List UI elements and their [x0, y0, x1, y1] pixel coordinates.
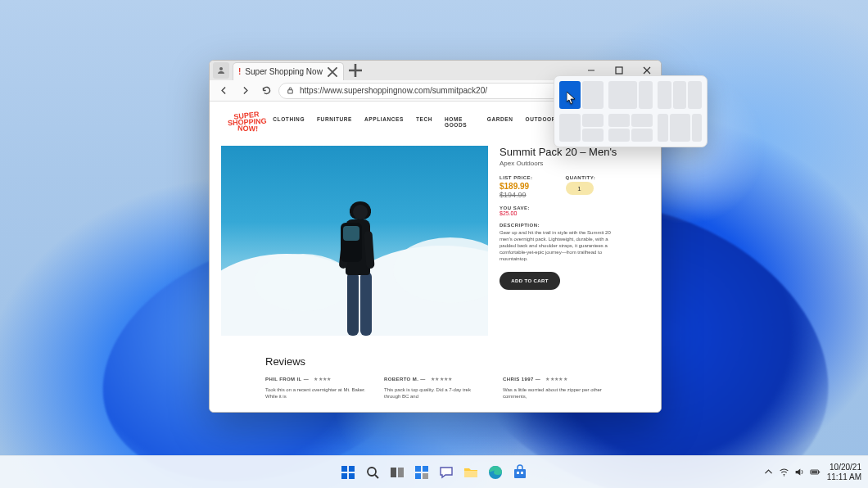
person-icon [216, 66, 226, 75]
close-icon [327, 66, 338, 78]
svg-rect-5 [341, 473, 347, 479]
tab-close-button[interactable] [327, 66, 338, 78]
svg-rect-16 [514, 469, 526, 478]
svg-point-7 [368, 468, 376, 476]
search-button[interactable] [363, 463, 382, 482]
lock-icon [286, 86, 295, 95]
quantity-label: QUANTITY: [566, 175, 596, 180]
arrow-left-icon [219, 85, 229, 96]
page-content: SUPER SHOPPING NOW! CLOTHING FURNITURE A… [210, 102, 661, 412]
back-button[interactable] [215, 82, 233, 100]
svg-rect-6 [349, 473, 355, 479]
task-view-button[interactable] [387, 463, 407, 482]
close-icon [643, 66, 651, 75]
file-explorer-button[interactable] [461, 463, 481, 482]
store-button[interactable] [510, 463, 530, 482]
list-price-label: LIST PRICE: [500, 175, 533, 180]
svg-point-0 [219, 67, 223, 70]
system-tray: 10/20/21 11:11 AM [763, 463, 861, 481]
nav-item[interactable]: HOME GOODS [445, 116, 475, 128]
product-title: Summit Pack 20 – Men's [500, 146, 649, 158]
nav-item[interactable]: TECH [416, 116, 432, 128]
snap-layouts-flyout [554, 75, 708, 147]
svg-rect-12 [415, 473, 421, 479]
tab-favicon: ! [238, 67, 241, 76]
taskbar-clock[interactable]: 10/20/21 11:11 AM [827, 463, 861, 481]
review-item: ROBERTO M. — ★★★★★ This pack is top qual… [384, 376, 486, 400]
product-brand: Apex Outdoors [500, 160, 649, 167]
nav-item[interactable]: FURNITURE [317, 116, 352, 128]
start-button[interactable] [338, 463, 358, 482]
volume-icon[interactable] [794, 467, 805, 477]
tab-strip: ! Super Shopping Now [233, 61, 577, 80]
svg-rect-2 [288, 90, 293, 93]
task-view-icon [389, 464, 405, 481]
widgets-button[interactable] [412, 463, 432, 482]
widgets-icon [414, 464, 430, 481]
battery-icon[interactable] [810, 467, 821, 477]
svg-rect-11 [423, 466, 428, 472]
nav-item[interactable]: APPLIANCES [364, 116, 404, 128]
windows-icon [340, 464, 356, 481]
svg-point-19 [784, 475, 784, 476]
snap-layout-66-33[interactable] [608, 81, 653, 109]
svg-rect-13 [423, 473, 428, 479]
chat-button[interactable] [436, 463, 456, 482]
svg-rect-4 [349, 466, 355, 472]
search-icon [364, 464, 381, 481]
hiker-figure [318, 180, 400, 336]
nav-item[interactable]: CLOTHING [273, 116, 305, 128]
browser-tab[interactable]: ! Super Shopping Now [233, 62, 344, 80]
svg-rect-14 [464, 471, 477, 477]
chevron-up-icon[interactable] [763, 467, 774, 477]
taskbar-center [338, 463, 530, 482]
price-current: $189.99 [500, 182, 533, 191]
forward-button[interactable] [236, 82, 254, 100]
nav-item[interactable]: GARDEN [487, 116, 513, 128]
mouse-cursor [567, 92, 576, 105]
nav-item[interactable]: OUTDOOR [526, 116, 556, 128]
clock-date: 10/20/21 [830, 463, 861, 472]
main-nav: CLOTHING FURNITURE APPLIANCES TECH HOME … [273, 116, 556, 128]
profile-button[interactable] [213, 62, 229, 79]
refresh-icon [261, 85, 272, 96]
svg-rect-1 [616, 67, 622, 74]
refresh-button[interactable] [257, 82, 275, 100]
folder-icon [463, 464, 479, 481]
svg-rect-3 [341, 466, 347, 472]
plus-icon [347, 62, 364, 79]
snap-layout-left-stack[interactable] [559, 114, 604, 142]
tab-title: Super Shopping Now [245, 67, 323, 76]
add-to-cart-button[interactable]: ADD TO CART [500, 272, 560, 290]
svg-rect-10 [415, 466, 421, 472]
taskbar: 10/20/21 11:11 AM [0, 455, 868, 488]
you-save-value: $25.00 [500, 210, 649, 216]
reviews-section: Reviews PHIL FROM IL — ★★★★ Took this on… [265, 355, 605, 400]
description-label: DESCRIPTION: [500, 223, 649, 228]
svg-rect-22 [811, 471, 817, 472]
snap-layout-quad[interactable] [608, 114, 653, 142]
reviews-title: Reviews [265, 355, 605, 368]
edge-button[interactable] [486, 463, 505, 482]
new-tab-button[interactable] [347, 62, 364, 79]
arrow-right-icon [240, 85, 251, 96]
store-icon [512, 464, 528, 481]
svg-rect-9 [398, 468, 404, 477]
chat-icon [438, 464, 454, 481]
quantity-selector[interactable]: 1 [566, 182, 594, 195]
price-original: $194.99 [500, 191, 533, 199]
url-text: https://www.supershoppingnow.com/summitp… [300, 86, 487, 95]
svg-rect-18 [521, 472, 523, 474]
snap-layout-center-wide[interactable] [658, 114, 702, 142]
edge-icon [487, 464, 504, 481]
review-item: CHRIS 1997 — ★★★★★ Was a little worried … [503, 376, 605, 400]
product-section: Summit Pack 20 – Men's Apex Outdoors LIS… [221, 146, 649, 336]
desktop: ! Super Shopping Now [0, 0, 868, 488]
svg-rect-21 [819, 472, 820, 473]
snap-layout-thirds[interactable] [658, 81, 702, 109]
wifi-icon[interactable] [779, 467, 789, 477]
minimize-icon [587, 66, 595, 75]
clock-time: 11:11 AM [827, 472, 861, 482]
site-logo[interactable]: SUPER SHOPPING NOW! [221, 106, 273, 138]
maximize-icon [615, 66, 623, 75]
